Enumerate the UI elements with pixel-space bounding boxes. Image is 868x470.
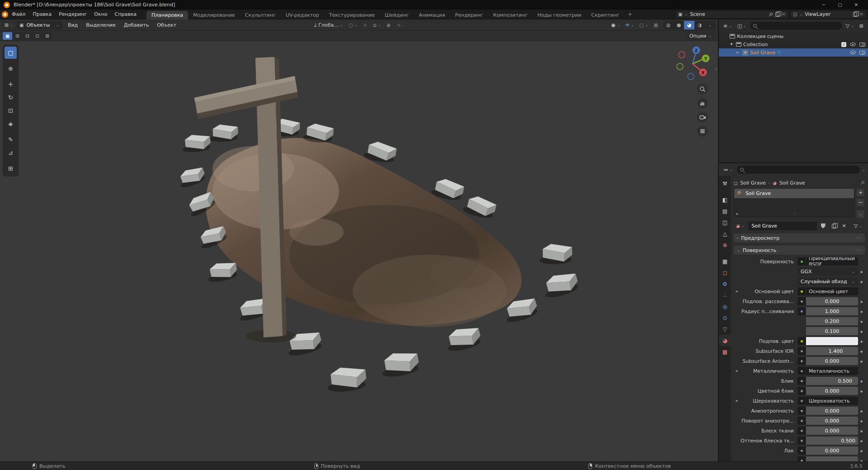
shading-options-dropdown[interactable]: ⌄ xyxy=(705,21,715,29)
clearcoat-field[interactable]: 0.000 xyxy=(806,446,858,455)
viewport-menu-0[interactable]: Вид xyxy=(64,21,82,29)
properties-tab-material[interactable]: ◕ xyxy=(719,335,731,346)
tool-annotate[interactable]: ✎ xyxy=(5,133,17,146)
outliner-item-label[interactable]: Soil Grave xyxy=(750,50,775,56)
sidebar-expand-arrow[interactable]: ‹ xyxy=(715,66,717,71)
tool-rotate[interactable]: ↻ xyxy=(5,91,17,104)
outliner-display-mode-dropdown[interactable]: ≡ ⌄ xyxy=(722,23,734,29)
exclude-checkbox[interactable]: ✓ xyxy=(841,42,846,47)
animate-dot[interactable]: ● xyxy=(858,280,865,283)
workspace-tab-8[interactable]: Композитинг xyxy=(488,11,533,19)
viewport-menu-3[interactable]: Объект xyxy=(153,21,180,29)
unlink-scene-icon[interactable]: ✕ xyxy=(782,11,786,17)
disable-render-camera-icon[interactable] xyxy=(859,43,865,47)
outliner-search-input[interactable] xyxy=(750,22,842,30)
axis-neg-z-handle[interactable] xyxy=(688,73,694,80)
breadcrumb-material[interactable]: Soil Grave xyxy=(779,180,805,186)
axis-neg-x-handle[interactable] xyxy=(679,52,685,58)
workspace-tab-5[interactable]: Шейдинг xyxy=(380,11,414,19)
duplicate-material-button[interactable] xyxy=(830,222,838,230)
subsurface-field[interactable]: 0.000 xyxy=(806,297,858,305)
subsurface-radius-0-field[interactable]: 1.000 xyxy=(806,307,858,315)
animate-dot[interactable]: ● xyxy=(858,340,865,343)
tool-measure[interactable]: ⊿ xyxy=(5,147,17,159)
fake-user-button[interactable] xyxy=(819,222,828,230)
properties-tab-physics[interactable]: ◎ xyxy=(719,301,731,312)
outliner-row-collection[interactable]: ▼Collection✓ xyxy=(719,40,868,48)
outliner-item-label[interactable]: Collection xyxy=(743,42,768,47)
toggle-perspective-button[interactable] xyxy=(697,126,708,137)
tool-select-box[interactable]: ▢ xyxy=(5,47,17,59)
roughness-link[interactable]: Шероховатость xyxy=(806,397,858,405)
properties-tab-tool[interactable]: ⚒ xyxy=(719,178,731,189)
pivot-point-dropdown[interactable]: ◌ ⌄ xyxy=(347,22,359,28)
workspace-tab-6[interactable]: Анимация xyxy=(414,11,450,19)
base-color-link[interactable]: Основной цвет xyxy=(806,287,858,295)
xray-toggle[interactable]: ▣ xyxy=(652,22,660,28)
subsurface-anisotropy-field[interactable]: 0.000 xyxy=(806,357,858,365)
surface-panel-header[interactable]: ⌄ Поверхность ∷∷ xyxy=(734,246,865,255)
animate-dot[interactable]: ● xyxy=(858,300,865,303)
subsurface-ior-field[interactable]: 1.400 xyxy=(806,347,858,355)
animate-dot[interactable]: ● xyxy=(858,360,865,363)
add-workspace-button[interactable]: + xyxy=(624,10,636,19)
hide-eye-icon[interactable] xyxy=(850,43,856,46)
workspace-tab-4[interactable]: Текстурирование xyxy=(324,11,380,19)
gizmos-toggle[interactable]: ✛ ⌄ xyxy=(623,22,636,28)
menubar-item-0[interactable]: Файл xyxy=(8,10,29,18)
shading-wireframe-button[interactable]: ◍ xyxy=(663,21,674,29)
animate-dot[interactable]: ● xyxy=(858,449,865,452)
properties-tab-render[interactable]: ◧ xyxy=(719,194,731,205)
add-slot-button[interactable]: + xyxy=(856,188,865,197)
slot-expander-icon[interactable]: ► xyxy=(736,212,739,216)
axis-neg-y-handle[interactable] xyxy=(677,63,683,70)
animate-dot[interactable]: ● xyxy=(858,439,865,442)
viewport-3d[interactable]: ⊞ ⌄ ▣ Объекты ⌄ ВидВыделениеДобавитьОбъе… xyxy=(0,19,718,461)
object-types-visibility-dropdown[interactable]: ◉ ⌄ xyxy=(609,22,622,28)
animate-dot[interactable]: ● xyxy=(858,409,865,413)
properties-tab-scene[interactable]: △ xyxy=(719,228,731,239)
panel-grip-icon[interactable]: ∷∷ xyxy=(856,248,862,252)
distribution-dropdown[interactable]: GGX⌄ xyxy=(797,267,858,275)
breadcrumb-object[interactable]: Soil Grave xyxy=(740,180,765,186)
material-slot-list[interactable]: Soil Grave ► ∷ xyxy=(734,188,854,217)
material-name-input[interactable]: Soil Grave xyxy=(748,222,816,230)
select-intersect-button[interactable]: ⊠ xyxy=(42,32,52,40)
properties-tab-object[interactable]: ◻ xyxy=(719,267,731,278)
scene-selector[interactable]: ▣ ⌄ Scene ✕ xyxy=(675,10,788,19)
overlays-toggle[interactable]: ◌ ⌄ xyxy=(637,22,650,28)
expander-icon[interactable]: ► xyxy=(734,369,741,373)
snap-toggle[interactable]: ∩ xyxy=(362,22,369,28)
surface-shader-link[interactable]: Принципиальный BSDF xyxy=(806,257,858,266)
subsurface-radius-1-field[interactable]: 0.200 xyxy=(806,317,858,325)
properties-tab-output[interactable]: ▤ xyxy=(719,205,731,217)
shading-material-button[interactable]: ◕ xyxy=(684,21,694,29)
close-button[interactable]: ✕ xyxy=(848,0,864,9)
remove-viewlayer-icon[interactable]: ✕ xyxy=(859,11,863,17)
animate-dot[interactable]: ● xyxy=(858,320,865,323)
options-dropdown[interactable]: Опции ⌄ xyxy=(686,32,715,40)
tool-transform[interactable]: ◈ xyxy=(5,118,17,130)
minimize-button[interactable]: ─ xyxy=(816,0,832,9)
animate-dot[interactable]: ● xyxy=(858,350,865,353)
workspace-tab-3[interactable]: UV-редактор xyxy=(281,11,324,19)
preview-panel-header[interactable]: › Предпросмотр ∷∷ xyxy=(734,233,865,242)
sheen-tint-field[interactable]: 0.500 xyxy=(806,437,858,445)
animate-dot[interactable]: ● xyxy=(858,330,865,333)
sheen-field[interactable]: 0.000 xyxy=(806,427,858,435)
zoom-button[interactable] xyxy=(697,84,708,95)
outliner-row-soil-grave-object[interactable]: ►▼Soil Grave▽ xyxy=(719,48,868,57)
animate-dot[interactable]: ● xyxy=(858,310,865,313)
animate-dot[interactable]: ● xyxy=(858,419,865,423)
subsurface-color-swatch[interactable] xyxy=(806,337,858,345)
select-new-button[interactable]: ▣ xyxy=(3,32,12,40)
properties-tab-view-layer[interactable]: ◫ xyxy=(719,217,731,228)
anisotropic-rotation-field[interactable]: 0.000 xyxy=(806,417,858,425)
camera-view-button[interactable] xyxy=(697,112,708,123)
tool-add-cube[interactable]: ⊞ xyxy=(5,162,17,175)
blender-menu-icon[interactable] xyxy=(2,11,8,18)
animate-dot[interactable]: ● xyxy=(858,380,865,383)
material-slot-item[interactable]: Soil Grave xyxy=(734,189,854,198)
menubar-item-1[interactable]: Правка xyxy=(29,10,55,18)
select-invert-button[interactable]: ⊡ xyxy=(33,32,42,40)
